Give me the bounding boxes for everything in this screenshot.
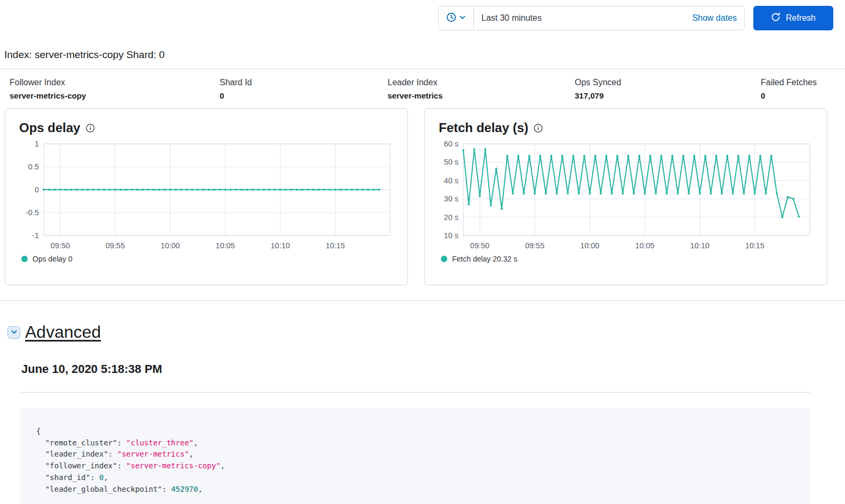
svg-text:10:05: 10:05 bbox=[635, 241, 654, 250]
ops-delay-panel: Ops delay 10.50-0.5-109:5009:5510:0010:0… bbox=[5, 108, 408, 285]
clock-icon bbox=[446, 12, 456, 24]
svg-text:20 s: 20 s bbox=[444, 213, 458, 222]
code-line: { bbox=[36, 426, 798, 437]
svg-text:40 s: 40 s bbox=[444, 176, 458, 185]
chart-title: Ops delay bbox=[19, 120, 81, 135]
stat-value: server-metrics-copy bbox=[10, 91, 220, 100]
legend-label[interactable]: Ops delay 0 bbox=[33, 255, 73, 263]
advanced-section-toggle[interactable]: Advanced bbox=[25, 322, 101, 342]
stat-follower-index: Follower Index server-metrics-copy bbox=[10, 78, 220, 100]
svg-text:09:50: 09:50 bbox=[51, 241, 70, 250]
stat-label: Follower Index bbox=[10, 78, 220, 87]
svg-text:09:55: 09:55 bbox=[525, 241, 544, 250]
stat-leader-index: Leader Index server-metrics bbox=[388, 78, 575, 100]
svg-text:10 s: 10 s bbox=[444, 231, 458, 240]
svg-text:30 s: 30 s bbox=[444, 194, 458, 203]
stat-label: Shard Id bbox=[220, 78, 388, 87]
legend-dot bbox=[441, 256, 447, 262]
chart-legend: Fetch delay 20.32 s bbox=[441, 255, 813, 263]
info-icon[interactable] bbox=[534, 124, 543, 133]
fetch-delay-panel: Fetch delay (s) 60 s50 s40 s30 s20 s10 s… bbox=[424, 108, 827, 285]
svg-text:50 s: 50 s bbox=[444, 158, 458, 166]
svg-text:10:00: 10:00 bbox=[160, 241, 180, 250]
time-range-value[interactable]: Last 30 minutes bbox=[474, 6, 692, 30]
stat-ops-synced: Ops Synced 317,079 bbox=[575, 78, 761, 100]
svg-text:-0.5: -0.5 bbox=[26, 208, 39, 217]
code-line: "remote_cluster": "cluster_three", bbox=[36, 437, 798, 449]
refresh-icon bbox=[771, 12, 780, 24]
chart-title: Fetch delay (s) bbox=[439, 120, 528, 135]
stat-value: 0 bbox=[761, 91, 845, 100]
stats-row: Follower Index server-metrics-copy Shard… bbox=[0, 69, 845, 108]
chart-header: Ops delay bbox=[19, 120, 393, 135]
stat-value: 317,079 bbox=[575, 91, 761, 100]
svg-text:10:00: 10:00 bbox=[580, 241, 599, 250]
chart-legend: Ops delay 0 bbox=[21, 255, 393, 263]
svg-text:0.5: 0.5 bbox=[28, 162, 39, 171]
advanced-timestamp: June 10, 2020 5:18:38 PM bbox=[21, 362, 845, 376]
svg-text:09:50: 09:50 bbox=[470, 241, 489, 250]
stat-value: 0 bbox=[220, 91, 388, 100]
refresh-label: Refresh bbox=[786, 13, 816, 23]
page-title: Index: server-metrics-copy Shard: 0 bbox=[4, 49, 845, 61]
code-line: "follower_index": "server-metrics-copy", bbox=[36, 460, 798, 472]
svg-text:60 s: 60 s bbox=[444, 141, 458, 148]
svg-text:09:55: 09:55 bbox=[106, 241, 125, 250]
svg-text:-1: -1 bbox=[32, 231, 39, 240]
svg-text:10:15: 10:15 bbox=[745, 241, 764, 250]
svg-text:0: 0 bbox=[35, 185, 39, 194]
advanced-header: Advanced bbox=[7, 322, 845, 342]
show-dates-button[interactable]: Show dates bbox=[692, 6, 744, 30]
stat-label: Leader Index bbox=[388, 78, 575, 87]
code-line: "leader_global_checkpoint": 452970, bbox=[36, 484, 798, 495]
stat-label: Failed Fetches bbox=[761, 78, 845, 87]
svg-text:1: 1 bbox=[35, 141, 39, 148]
ops-delay-chart: 10.50-0.5-109:5009:5510:0010:0510:1010:1… bbox=[19, 141, 392, 250]
collapse-chevron-icon[interactable] bbox=[7, 326, 20, 339]
timestamp-divider bbox=[20, 392, 810, 393]
date-picker-quick-menu-button[interactable] bbox=[439, 6, 474, 30]
stat-label: Ops Synced bbox=[575, 78, 761, 87]
code-block: { "remote_cluster": "cluster_three", "le… bbox=[20, 409, 810, 504]
svg-text:10:15: 10:15 bbox=[326, 241, 345, 250]
charts-row: Ops delay 10.50-0.5-109:5009:5510:0010:0… bbox=[5, 108, 827, 285]
chart-header: Fetch delay (s) bbox=[439, 120, 813, 135]
top-bar: Last 30 minutes Show dates Refresh bbox=[0, 0, 845, 36]
refresh-button[interactable]: Refresh bbox=[753, 6, 833, 30]
code-line: "shard_id": 0, bbox=[36, 472, 798, 484]
section-divider bbox=[0, 300, 845, 301]
stat-shard-id: Shard Id 0 bbox=[220, 78, 388, 100]
code-line: "leader_index": "server-metrics", bbox=[36, 449, 798, 460]
info-icon[interactable] bbox=[86, 124, 95, 133]
svg-text:10:05: 10:05 bbox=[215, 241, 235, 250]
chevron-down-icon bbox=[459, 14, 466, 22]
legend-label[interactable]: Fetch delay 20.32 s bbox=[452, 255, 517, 263]
stat-value: server-metrics bbox=[388, 91, 575, 100]
super-date-picker: Last 30 minutes Show dates bbox=[438, 6, 745, 30]
fetch-delay-chart: 60 s50 s40 s30 s20 s10 s09:5009:5510:001… bbox=[439, 141, 812, 250]
svg-text:10:10: 10:10 bbox=[271, 241, 290, 250]
stat-failed-fetches: Failed Fetches 0 bbox=[761, 78, 845, 100]
svg-text:10:10: 10:10 bbox=[690, 241, 710, 250]
legend-dot bbox=[21, 256, 28, 262]
